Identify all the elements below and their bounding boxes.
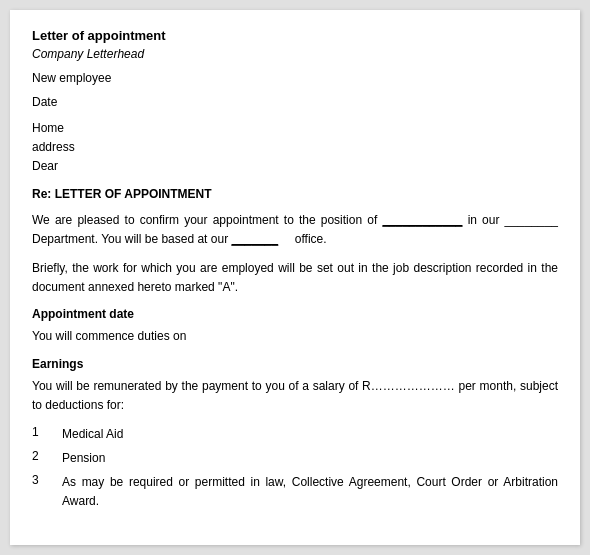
- para1-part4: office.: [295, 232, 327, 246]
- address-line2: address: [32, 138, 558, 157]
- appointment-heading: Appointment date: [32, 307, 558, 321]
- date-label: Date: [32, 95, 558, 109]
- company-letterhead: Company Letterhead: [32, 47, 558, 61]
- list-item: 2Pension: [32, 449, 558, 468]
- list-item-number: 3: [32, 473, 62, 487]
- dear-line: Dear: [32, 157, 558, 176]
- para1-blank1: ____________: [382, 211, 462, 230]
- list-item: 3As may be required or permitted in law,…: [32, 473, 558, 511]
- address-block: Home address Dear: [32, 119, 558, 177]
- list-item-text: As may be required or permitted in law, …: [62, 473, 558, 511]
- list-item-text: Pension: [62, 449, 105, 468]
- para1-part3: Department. You will be based at our: [32, 232, 228, 246]
- para1-part1: We are pleased to confirm your appointme…: [32, 213, 377, 227]
- list-container: 1Medical Aid2Pension3As may be required …: [32, 425, 558, 512]
- list-item-text: Medical Aid: [62, 425, 123, 444]
- document-container: Letter of appointment Company Letterhead…: [10, 10, 580, 545]
- para2: Briefly, the work for which you are empl…: [32, 259, 558, 297]
- para1: We are pleased to confirm your appointme…: [32, 211, 558, 249]
- earnings-text: You will be remunerated by the payment t…: [32, 377, 558, 415]
- re-line: Re: LETTER OF APPOINTMENT: [32, 187, 558, 201]
- para1-part2: in our: [468, 213, 500, 227]
- para1-blank2: ________: [505, 213, 558, 227]
- re-subject: LETTER OF APPOINTMENT: [55, 187, 212, 201]
- re-prefix: Re:: [32, 187, 55, 201]
- list-item-number: 1: [32, 425, 62, 439]
- para1-blank3: _______: [231, 230, 291, 249]
- earnings-heading: Earnings: [32, 357, 558, 371]
- new-employee-label: New employee: [32, 71, 558, 85]
- list-item-number: 2: [32, 449, 62, 463]
- letter-title: Letter of appointment: [32, 28, 558, 43]
- appointment-text: You will commence duties on: [32, 327, 558, 346]
- list-item: 1Medical Aid: [32, 425, 558, 444]
- address-line1: Home: [32, 119, 558, 138]
